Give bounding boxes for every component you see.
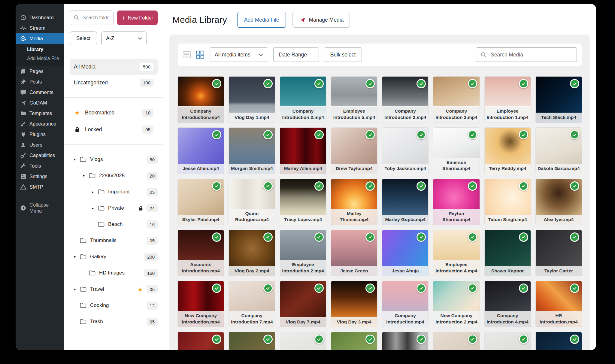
grid-view-button[interactable] [196,50,204,59]
folder-search[interactable] [70,11,114,25]
selected-check-icon[interactable] [212,181,221,191]
media-search-input[interactable] [490,51,572,58]
selected-check-icon[interactable] [519,130,528,139]
caret-icon[interactable]: ▾ [74,157,79,162]
media-tile[interactable]: Alex Iyer.mp4 [536,179,582,225]
date-range-input[interactable] [278,51,314,58]
media-tile[interactable] [178,332,224,350]
media-tile[interactable]: Accounts Introduction.mp4 [178,230,224,276]
bulk-select-button[interactable]: Bulk select [324,47,362,62]
media-tile[interactable]: Morgan Smith.mp4 [229,128,275,174]
sidebar-item-posts[interactable]: Posts [16,77,64,87]
folder-tree-item-private[interactable]: ▸ Private ★ 24 [70,200,158,216]
folder-tree-item-vlogs[interactable]: ▾ Vlogs ★ 50 [70,151,158,168]
media-tile[interactable]: HR Introduction.mp4 [536,281,582,327]
selected-check-icon[interactable] [519,284,528,293]
list-view-button[interactable] [183,50,191,59]
manage-media-button[interactable]: Manage Media [292,12,350,28]
media-tile[interactable]: Peyton Sharma.mp4 [433,179,479,225]
folder-filter-all-media[interactable]: All Media 500 [70,59,158,75]
selected-check-icon[interactable] [314,284,324,293]
selected-check-icon[interactable] [468,130,477,139]
sidebar-item-godam[interactable]: GoDAM [16,98,64,108]
media-tile[interactable]: Vlog Day 7.mp4 [280,281,326,327]
caret-icon[interactable]: ▾ [74,255,79,259]
media-tile[interactable]: Vlog Day 1.mp4 [229,77,275,123]
selected-check-icon[interactable] [570,181,579,191]
media-tile[interactable]: Employee Introduction 1.mp4 [485,77,531,123]
selected-check-icon[interactable] [365,79,375,88]
caret-icon[interactable]: ▸ [92,206,97,210]
new-folder-button[interactable]: + New Folder [117,11,158,25]
selected-check-icon[interactable] [519,232,528,242]
media-tile[interactable]: Terry Reddy.mp4 [485,128,531,174]
date-range-field[interactable] [273,47,319,62]
media-tile[interactable]: Emerson Sharma.mp4 [433,128,479,174]
media-tile[interactable] [382,332,428,350]
media-tile[interactable]: Company Introduction 7.mp4 [229,281,275,327]
media-tile[interactable]: Employee Introduction 5.mp4 [331,77,377,123]
folder-tree-item-gallery[interactable]: ▾ Gallery ★ 200 [70,249,158,265]
media-tile[interactable]: Drew Taylor.mp4 [331,128,377,174]
selected-check-icon[interactable] [314,79,324,88]
media-tile[interactable]: Company Introduction.mp4 [382,281,428,327]
selected-check-icon[interactable] [468,232,477,242]
selected-check-icon[interactable] [570,232,579,242]
selected-check-icon[interactable] [365,284,375,293]
selected-check-icon[interactable] [263,181,273,191]
selected-check-icon[interactable] [263,284,273,293]
media-tile[interactable]: Dakota Garcia.mp4 [536,128,582,174]
media-tile[interactable] [536,332,582,350]
selected-check-icon[interactable] [570,130,579,139]
media-tile[interactable] [433,332,479,350]
media-tile[interactable] [485,332,531,350]
media-tile[interactable]: Marley Thomas.mp4 [331,179,377,225]
sidebar-item-stream[interactable]: Stream [16,23,64,33]
media-tile[interactable]: Jesse Ahuja [382,230,428,276]
selected-check-icon[interactable] [519,181,528,191]
media-tile[interactable]: Vlog Day 2.mp4 [229,230,275,276]
sidebar-item-comments[interactable]: Comments [16,87,64,98]
selected-check-icon[interactable] [365,130,375,139]
folder-tree-item-travel[interactable]: ▸ Travel ★ 05 [70,281,158,297]
caret-icon[interactable]: ▸ [92,190,97,194]
media-tile[interactable]: Vlog Day 3.mp4 [331,281,377,327]
sidebar-item-smtp[interactable]: SMTP [16,182,64,192]
selected-check-icon[interactable] [417,181,426,191]
media-tile[interactable]: Shawn Kapoor [485,230,531,276]
sidebar-subitem-add-media-file[interactable]: Add Media File [16,54,64,63]
sidebar-item-dashboard[interactable]: Dashboard [16,12,64,23]
selected-check-icon[interactable] [212,79,221,88]
media-type-filter-dropdown[interactable]: All media items [210,47,268,62]
selected-check-icon[interactable] [519,335,528,344]
media-tile[interactable]: Company Introduction 2.mp4 [280,77,326,123]
media-tile[interactable]: Tech Stack.mp4 [536,77,582,123]
selected-check-icon[interactable] [570,79,579,88]
selected-check-icon[interactable] [212,130,221,139]
sidebar-item-collapse-menu[interactable]: Collapse Menu [16,200,64,216]
folder-tree-item-hd-images[interactable]: HD Images ★ 160 [70,265,158,281]
sidebar-item-settings[interactable]: Settings [16,171,64,182]
selected-check-icon[interactable] [263,335,273,344]
sidebar-item-capabilities[interactable]: Capabilities [16,150,64,161]
selected-check-icon[interactable] [468,335,477,344]
folder-tree-item-thumbnails[interactable]: Thumbnails ★ 05 [70,232,158,249]
selected-check-icon[interactable] [417,232,426,242]
media-tile[interactable]: Company Introduction 2.mp4 [433,77,479,123]
folder-tree-item-beach[interactable]: Beach ★ 16 [70,216,158,232]
media-tile[interactable]: Marley Gupta.mp4 [382,179,428,225]
selected-check-icon[interactable] [263,79,273,88]
folder-search-input[interactable] [82,15,110,21]
selected-check-icon[interactable] [314,335,324,344]
folder-tree-item-important[interactable]: ▸ Important ★ 05 [70,184,158,200]
selected-check-icon[interactable] [468,79,477,88]
media-tile[interactable]: Jesse Allen.mp4 [178,128,224,174]
media-tile[interactable]: Employee Introduction 2.mp4 [280,230,326,276]
selected-check-icon[interactable] [212,335,221,344]
media-tile[interactable] [229,332,275,350]
selected-check-icon[interactable] [417,79,426,88]
folder-filter-locked[interactable]: Locked 05 [70,121,158,138]
media-tile[interactable]: Tatum Singh.mp4 [485,179,531,225]
selected-check-icon[interactable] [570,335,579,344]
selected-check-icon[interactable] [468,181,477,191]
